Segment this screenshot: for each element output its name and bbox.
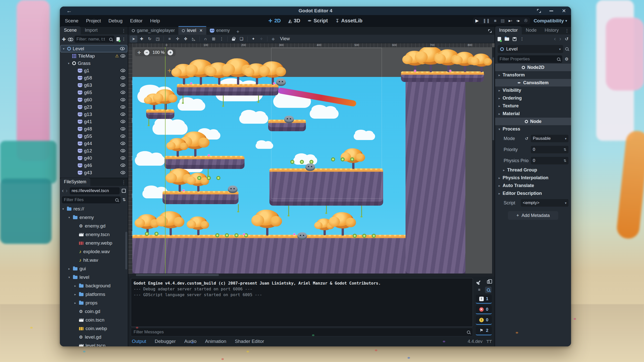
scene-tree-row[interactable]: ▾Grass: [60, 60, 128, 67]
group-material[interactable]: ▸Material: [495, 110, 571, 118]
visibility-eye-icon[interactable]: [120, 98, 125, 101]
select-tool-icon[interactable]: ➤: [130, 35, 137, 42]
tab-node[interactable]: Node: [522, 26, 541, 34]
tab-history[interactable]: History: [541, 26, 563, 34]
play-scene-button[interactable]: ▸▫: [509, 18, 512, 23]
switch-3d[interactable]: ◭3D: [288, 18, 300, 24]
visibility-eye-icon[interactable]: [120, 134, 125, 138]
pivot-tool-icon[interactable]: ✛: [174, 35, 181, 42]
scene-tree-row[interactable]: g44: [60, 140, 128, 147]
visibility-eye-icon[interactable]: [120, 47, 125, 50]
spinbox-control[interactable]: 0⇅: [531, 157, 569, 164]
spin-arrows-icon[interactable]: ⇅: [564, 148, 567, 152]
scene-tree-row[interactable]: g40: [60, 154, 128, 162]
dropdown-control[interactable]: <empty>▾: [521, 199, 569, 207]
scene-tree-row[interactable]: ▾Level: [60, 45, 127, 52]
viewport-vscrollbar[interactable]: [492, 47, 495, 274]
smart-snap-tool-icon[interactable]: ∩: [202, 35, 209, 42]
select-list-tool-icon[interactable]: ≡: [166, 35, 173, 42]
search-messages-button[interactable]: [485, 287, 492, 293]
collapse-icon[interactable]: ▾: [62, 47, 65, 51]
switch-assetlib[interactable]: ↧AssetLib: [335, 18, 363, 24]
group-process[interactable]: ▾Process: [495, 125, 571, 133]
file-tree-row[interactable]: ♪hit.wav: [60, 256, 128, 264]
message-count-toggle[interactable]: !1: [476, 295, 492, 304]
skeleton-options-tool-icon[interactable]: ✧: [258, 35, 265, 42]
warning-icon[interactable]: ⚠: [115, 54, 119, 58]
copy-output-button[interactable]: [485, 279, 492, 285]
collapse-icon[interactable]: ▾: [67, 216, 71, 219]
expand-icon[interactable]: ▸: [73, 293, 77, 296]
scene-tree-row[interactable]: g46: [60, 162, 128, 169]
remote-debug-button[interactable]: ▤: [501, 18, 505, 23]
open-docs-icon[interactable]: [565, 47, 569, 52]
scene-tree-row[interactable]: g58: [60, 74, 128, 81]
attach-script-icon[interactable]: [116, 37, 120, 41]
instance-scene-icon[interactable]: [68, 38, 72, 41]
scene-tree-row[interactable]: g43: [60, 169, 128, 176]
group-ordering[interactable]: ▸Ordering: [495, 94, 571, 102]
move-tool-icon[interactable]: ✚: [138, 35, 145, 42]
close-tab-icon[interactable]: ✕: [199, 28, 203, 33]
group-visibility[interactable]: ▸Visibility: [495, 86, 571, 94]
group-auto-translate[interactable]: ▸Auto Translate: [495, 182, 571, 190]
spin-arrows-icon[interactable]: ⇅: [564, 159, 567, 163]
file-tree-row[interactable]: ▸platforms: [60, 290, 128, 299]
menu-project[interactable]: Project: [86, 18, 101, 24]
zoom-out-button[interactable]: −: [144, 50, 149, 55]
scene-tab-enemy[interactable]: enemy: [206, 27, 233, 35]
history-back-icon[interactable]: ‹: [554, 36, 556, 42]
scene-tree-row[interactable]: g41: [60, 118, 128, 125]
visibility-eye-icon[interactable]: [120, 156, 125, 160]
bottom-tab-audio[interactable]: Audio: [184, 339, 197, 344]
scene-tree-row[interactable]: g23: [60, 103, 128, 111]
bottom-tab-debugger[interactable]: Debugger: [155, 339, 176, 344]
filesystem-options-icon[interactable]: ⋮: [122, 180, 126, 185]
file-tree-row[interactable]: ♪explode.wav: [60, 247, 128, 256]
tileset-tool-icon[interactable]: ◆: [269, 35, 277, 42]
scene-tree-row[interactable]: g65: [60, 89, 128, 96]
visibility-eye-icon[interactable]: [120, 91, 125, 94]
clear-output-button[interactable]: [476, 279, 482, 285]
bottom-tab-animation[interactable]: Animation: [205, 339, 226, 344]
file-tree-row[interactable]: ▸props: [60, 299, 128, 307]
menu-help[interactable]: Help: [150, 18, 160, 24]
scene-tree-options-icon[interactable]: ⋮: [122, 37, 126, 41]
path-input[interactable]: [72, 188, 118, 193]
scale-tool-icon[interactable]: ◳: [154, 35, 162, 42]
grid-snap-tool-icon[interactable]: ⊞: [210, 35, 217, 42]
renderer-dropdown[interactable]: Compatibility ▾: [534, 18, 567, 24]
collapse-icon[interactable]: ▾: [67, 276, 71, 279]
fullscreen-icon[interactable]: [537, 9, 541, 13]
rotate-tool-icon[interactable]: ↻: [146, 35, 153, 42]
group-transform[interactable]: ▸Transform: [495, 71, 571, 79]
revert-icon[interactable]: ↺: [525, 136, 528, 141]
collapse-icon[interactable]: ▾: [67, 62, 70, 65]
group-texture[interactable]: ▸Texture: [495, 102, 571, 110]
group-editor-description[interactable]: ▸Editor Description: [495, 190, 571, 197]
switch-2d[interactable]: ✛2D: [268, 18, 281, 24]
add-node-button[interactable]: ✚: [62, 37, 66, 42]
file-filter-input[interactable]: [64, 197, 114, 202]
stop-button[interactable]: ■: [494, 18, 496, 23]
collapse-messages-button[interactable]: ≡: [476, 287, 482, 293]
file-tree-row[interactable]: ▾enemy: [60, 213, 128, 222]
sort-files-icon[interactable]: ⇅: [123, 198, 126, 202]
visibility-eye-icon[interactable]: [120, 69, 125, 72]
visibility-eye-icon[interactable]: [120, 120, 125, 123]
visibility-eye-icon[interactable]: [120, 76, 125, 79]
visibility-eye-icon[interactable]: [120, 149, 125, 152]
switch-script[interactable]: ✒Script: [308, 18, 328, 24]
scene-tree-row[interactable]: g60: [60, 96, 128, 103]
skeleton-tool-icon[interactable]: ✦: [250, 35, 257, 42]
snap-options-tool-icon[interactable]: ⋮: [218, 35, 225, 42]
minimize-icon[interactable]: [549, 11, 553, 11]
menu-debug[interactable]: Debug: [108, 18, 123, 24]
close-icon[interactable]: ✕: [562, 8, 566, 14]
nav-forward-icon[interactable]: ›: [66, 188, 67, 194]
collapse-icon[interactable]: ▾: [61, 207, 65, 211]
play-button[interactable]: ▶: [475, 18, 479, 23]
visibility-eye-icon[interactable]: [120, 54, 125, 58]
scene-tree-row[interactable]: g63: [60, 81, 128, 89]
error-count-toggle[interactable]: ✕0: [476, 305, 492, 314]
